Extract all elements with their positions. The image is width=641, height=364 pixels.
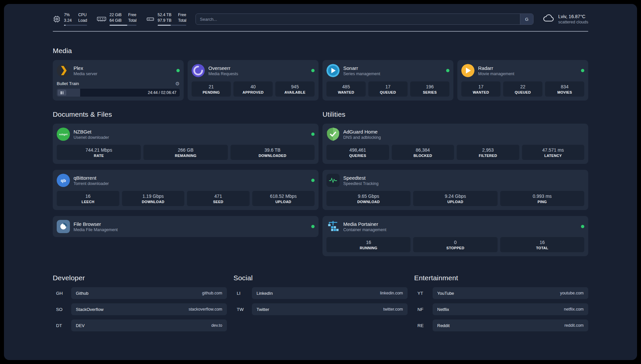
bookmark-pill: Reddit reddit.com xyxy=(433,319,588,331)
bookmark-github[interactable]: GH Github github.com xyxy=(53,287,227,299)
bookmark-url: reddit.com xyxy=(565,323,584,328)
bookmark-url: linkedin.com xyxy=(380,291,403,295)
bookmark-abbr: NF xyxy=(414,303,433,315)
section-social: Social LI LinkedIn linkedin.com TW Twitt… xyxy=(233,274,408,336)
service-header: Overseerr Media Requests xyxy=(192,64,315,77)
service-card-overseerr[interactable]: Overseerr Media Requests 21 PENDING 40 A… xyxy=(188,60,319,101)
bookmark-pill: Twitter twitter.com xyxy=(252,303,408,315)
topbar: 7% 3.24 CPU Load xyxy=(53,13,588,26)
service-header: nzbget NZBGet Usenet downloader xyxy=(57,128,315,141)
stat-queued: 22 QUEUED xyxy=(503,81,542,97)
middle-sections: Documents & Files nzbget NZBGet Usenet d… xyxy=(53,110,588,256)
bookmark-youtube[interactable]: YT YouTube youtube.com xyxy=(414,287,588,299)
service-name: Overseerr xyxy=(208,65,238,71)
bookmark-url: youtube.com xyxy=(560,291,584,295)
weather-widget[interactable]: Lviv, 16.87°C scattered clouds xyxy=(543,14,588,24)
service-card-sonarr[interactable]: Sonarr Series management 485 WANTED 17 Q… xyxy=(322,60,453,101)
playback-time: 24:44 / 02:06:47 xyxy=(148,90,176,95)
memory-total-label: Total xyxy=(128,18,137,23)
bookmark-pill: LinkedIn linkedin.com xyxy=(252,287,408,299)
bookmark-netflix[interactable]: NF Netflix netflix.com xyxy=(414,303,588,315)
bookmark-url: netflix.com xyxy=(564,307,584,312)
bookmark-abbr: DT xyxy=(53,319,71,331)
section-title-documents: Documents & Files xyxy=(53,110,319,118)
service-card-qbittorrent[interactable]: qb qBittorrent Torrent downloader 16 LEE… xyxy=(53,170,319,210)
weather-location: Lviv, 16.87°C xyxy=(558,14,588,19)
bookmark-reddit[interactable]: RE Reddit reddit.com xyxy=(414,319,588,331)
service-name: Speedtest xyxy=(343,175,379,181)
search-engine-button[interactable]: G xyxy=(520,14,533,24)
status-dot xyxy=(581,225,584,228)
bookmark-abbr: LI xyxy=(233,287,252,299)
section-documents: Documents & Files nzbget NZBGet Usenet d… xyxy=(53,110,319,256)
topbar-divider xyxy=(53,31,588,32)
bookmark-stackoverflow[interactable]: SO StackOverflow stackoverflow.com xyxy=(53,303,227,315)
stat-blocked: 86,384 BLOCKED xyxy=(392,145,454,160)
stat-wanted: 485 WANTED xyxy=(326,81,366,97)
disk-metric: 52.4 TB 97.9 TB Free Total xyxy=(146,13,186,26)
service-subtitle: Usenet downloader xyxy=(74,135,109,140)
section-media: Media Plex Media server Bullet Train xyxy=(53,47,588,101)
bookmark-url: twitter.com xyxy=(383,307,403,312)
service-name: NZBGet xyxy=(74,129,109,135)
service-card-nzbget[interactable]: nzbget NZBGet Usenet downloader 744.21 M… xyxy=(53,124,319,164)
service-card-plex[interactable]: Plex Media server Bullet Train ⚙ 24:44 /… xyxy=(53,60,184,101)
now-playing-widget: Bullet Train ⚙ 24:44 / 02:06:47 xyxy=(57,81,180,97)
playback-progress-bar[interactable]: 24:44 / 02:06:47 xyxy=(57,89,180,97)
nzbget-icon: nzbget xyxy=(57,128,70,141)
bookmark-dev[interactable]: DT DEV dev.to xyxy=(53,319,227,331)
service-stats: 17 WANTED 22 QUEUED 834 MOVIES xyxy=(461,81,584,97)
service-card-filebrowser[interactable]: File Browser Media File Management xyxy=(53,216,319,237)
service-name: Plex xyxy=(74,65,97,71)
bookmark-abbr: YT xyxy=(414,287,433,299)
bookmark-linkedin[interactable]: LI LinkedIn linkedin.com xyxy=(233,287,408,299)
service-header: Sonarr Series management xyxy=(326,64,449,77)
filebrowser-icon xyxy=(57,220,70,233)
bookmark-twitter[interactable]: TW Twitter twitter.com xyxy=(233,303,408,315)
section-utilities: Utilities AdGuard Home DNS and adblockin… xyxy=(322,110,588,256)
stat-latency: 47.571 ms LATENCY xyxy=(522,145,585,160)
service-subtitle: Container management xyxy=(343,228,386,232)
stat-wanted: 17 WANTED xyxy=(461,81,501,97)
memory-free-label: Free xyxy=(128,13,137,17)
service-stats: 16 RUNNING 0 STOPPED 16 TOTAL xyxy=(326,237,584,252)
stat-leech: 16 LEECH xyxy=(57,191,119,206)
portainer-icon xyxy=(326,220,340,233)
stat-downloaded: 39.6 TB DOWNLOADED xyxy=(230,145,315,160)
search-input[interactable] xyxy=(196,17,520,22)
gear-icon[interactable]: ⚙ xyxy=(175,81,180,86)
pause-icon[interactable] xyxy=(58,90,66,96)
service-name: File Browser xyxy=(74,221,118,227)
qbittorrent-icon: qb xyxy=(57,174,70,187)
section-title-media: Media xyxy=(53,47,588,55)
section-title-utilities: Utilities xyxy=(322,110,588,118)
qbittorrent-icon-text: qb xyxy=(61,178,66,183)
service-card-radarr[interactable]: Radarr Movie management 17 WANTED 22 QUE… xyxy=(457,60,588,101)
service-stats: 16 LEECH 1.19 Gbps DOWNLOAD 471 SEED 6 xyxy=(57,191,315,206)
service-subtitle: Torrent downloader xyxy=(74,181,109,186)
service-subtitle: Media File Management xyxy=(74,228,118,232)
plex-icon xyxy=(57,64,70,77)
service-card-speedtest[interactable]: Speedtest Speedtest Tracking 9.65 Gbps D… xyxy=(322,170,588,210)
bookmark-name: StackOverflow xyxy=(76,307,104,312)
bookmark-url: dev.to xyxy=(211,323,222,328)
section-title-developer: Developer xyxy=(53,274,227,282)
service-card-adguard[interactable]: AdGuard Home DNS and adblocking 498,461 … xyxy=(322,124,588,164)
stat-seed: 471 SEED xyxy=(187,191,250,206)
cpu-values: 7% 3.24 CPU Load xyxy=(64,13,87,26)
bookmark-url: stackoverflow.com xyxy=(189,307,222,312)
dashboard: 7% 3.24 CPU Load xyxy=(4,4,637,360)
service-card-portainer[interactable]: Media Portainer Container management 16 … xyxy=(322,216,588,256)
bookmark-name: Reddit xyxy=(437,323,450,328)
bookmark-pill: StackOverflow stackoverflow.com xyxy=(71,303,227,315)
stat-upload: 618.52 Mbps UPLOAD xyxy=(252,191,315,206)
bookmark-abbr: SO xyxy=(53,303,71,315)
service-subtitle: Series management xyxy=(343,72,380,76)
memory-total: 64 GiB xyxy=(109,18,122,23)
disk-total: 97.9 TB xyxy=(158,18,171,23)
nzbget-icon-text: nzbget xyxy=(59,133,67,136)
service-header: Plex Media server xyxy=(57,64,180,77)
service-stats: 485 WANTED 17 QUEUED 196 SERIES xyxy=(326,81,449,97)
cpu-load-label: Load xyxy=(78,18,87,23)
stat-download: 1.19 Gbps DOWNLOAD xyxy=(122,191,185,206)
